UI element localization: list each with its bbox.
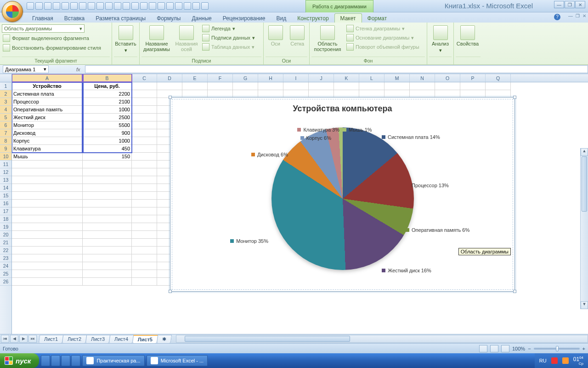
- sheet-tab-Лист5[interactable]: Лист5: [132, 335, 158, 343]
- wb-restore-button[interactable]: ❐: [576, 13, 580, 18]
- col-header-B[interactable]: B: [83, 74, 132, 82]
- cell-C26[interactable]: [132, 278, 157, 286]
- cell-B7[interactable]: 900: [83, 129, 132, 137]
- row-header-3[interactable]: 3: [0, 98, 11, 106]
- cell-C23[interactable]: [132, 254, 157, 262]
- properties-button[interactable]: Свойства: [456, 23, 480, 57]
- cell-C4[interactable]: [132, 106, 157, 114]
- qat-open-icon[interactable]: [53, 2, 60, 10]
- sheet-tab-Лист1[interactable]: Лист1: [39, 335, 64, 343]
- qat-symbol-icon[interactable]: [175, 2, 182, 10]
- pie-label-6[interactable]: Корпус 6%: [286, 135, 331, 141]
- tab-insert[interactable]: Вставка: [59, 14, 90, 23]
- data-labels-button[interactable]: Подписи данных ▾: [201, 34, 256, 42]
- cell-K1[interactable]: [334, 82, 359, 90]
- name-box[interactable]: Диаграмма 1▾: [3, 65, 49, 73]
- cell-B20[interactable]: [83, 231, 132, 239]
- row-header-19[interactable]: 19: [0, 223, 11, 231]
- formula-input[interactable]: [85, 65, 588, 73]
- tab-page-layout[interactable]: Разметка страницы: [90, 14, 151, 23]
- col-header-O[interactable]: O: [435, 74, 460, 82]
- cell-C21[interactable]: [132, 239, 157, 247]
- cell-C5[interactable]: [132, 114, 157, 121]
- row-header-5[interactable]: 5: [0, 114, 11, 121]
- qat-redo-icon[interactable]: [44, 2, 51, 10]
- cell-A8[interactable]: Корпус: [12, 137, 83, 145]
- cell-B2[interactable]: 2200: [83, 90, 132, 98]
- horizontal-scrollbar[interactable]: [176, 335, 588, 343]
- tray-icon-2[interactable]: [562, 357, 569, 364]
- col-header-I[interactable]: I: [283, 74, 309, 82]
- qat-dropdown-icon[interactable]: [201, 2, 209, 10]
- qat-save-icon[interactable]: [27, 2, 34, 10]
- insert-button[interactable]: Вставить▾: [114, 23, 137, 57]
- pie-label-2[interactable]: Оперативная память 6%: [406, 227, 469, 233]
- cell-B10[interactable]: 150: [83, 153, 132, 161]
- col-header-F[interactable]: F: [208, 74, 233, 82]
- cell-A19[interactable]: [12, 223, 83, 231]
- qat-spell-icon[interactable]: [96, 2, 104, 10]
- cell-C9[interactable]: [132, 145, 157, 153]
- row-header-18[interactable]: 18: [0, 215, 11, 223]
- qat-delete-icon[interactable]: [158, 2, 165, 10]
- cell-A2[interactable]: Системная плата: [12, 90, 83, 98]
- zoom-level[interactable]: 100%: [512, 346, 525, 351]
- view-page-break-button[interactable]: [501, 345, 509, 352]
- tray-icon-1[interactable]: [551, 357, 558, 364]
- cell-A16[interactable]: [12, 200, 83, 207]
- col-header-K[interactable]: K: [334, 74, 359, 82]
- ql-icon-2[interactable]: [51, 355, 60, 366]
- ql-icon-3[interactable]: [61, 355, 70, 366]
- cell-B9[interactable]: 450: [83, 145, 132, 153]
- cell-B15[interactable]: [83, 192, 132, 200]
- cell-B21[interactable]: [83, 239, 132, 247]
- help-icon[interactable]: ?: [554, 14, 560, 20]
- sheet-tab-Лист3[interactable]: Лист3: [85, 335, 111, 343]
- qat-mail-icon[interactable]: [70, 2, 78, 10]
- cell-A12[interactable]: [12, 168, 83, 176]
- chart-title-button[interactable]: Название диаграммы: [141, 23, 172, 57]
- cell-C24[interactable]: [132, 262, 157, 270]
- tab-chart-format[interactable]: Формат: [362, 14, 393, 23]
- vscroll-thumb[interactable]: [582, 156, 587, 212]
- zoom-in-button[interactable]: +: [582, 346, 585, 351]
- vertical-scrollbar[interactable]: ▲ ▼: [580, 148, 588, 309]
- cell-B13[interactable]: [83, 176, 132, 184]
- qat-insert-row-icon[interactable]: [140, 2, 147, 10]
- pie-label-1[interactable]: Процессор 13%: [406, 183, 449, 188]
- cell-C15[interactable]: [132, 192, 157, 200]
- tab-formulas[interactable]: Формулы: [151, 14, 186, 23]
- row-header-16[interactable]: 16: [0, 200, 11, 207]
- pie-label-0[interactable]: Системная плата 14%: [382, 134, 440, 140]
- row-header-2[interactable]: 2: [0, 90, 11, 98]
- cell-A11[interactable]: [12, 161, 83, 168]
- zoom-slider[interactable]: [534, 348, 580, 350]
- cell-C20[interactable]: [132, 231, 157, 239]
- col-header-L[interactable]: L: [359, 74, 384, 82]
- start-button[interactable]: пуск: [0, 353, 39, 368]
- cell-B11[interactable]: [83, 161, 132, 168]
- row-header-20[interactable]: 20: [0, 231, 11, 239]
- cell-A1[interactable]: Устройство: [12, 82, 83, 90]
- legend-button[interactable]: Легенда ▾: [201, 24, 256, 33]
- col-header-G[interactable]: G: [233, 74, 258, 82]
- cell-B22[interactable]: [83, 247, 132, 254]
- tab-review[interactable]: Рецензирование: [217, 14, 271, 23]
- sheet-nav-last-icon[interactable]: ⏭: [28, 335, 37, 343]
- cell-C18[interactable]: [132, 215, 157, 223]
- taskbar-app-excel[interactable]: Microsoft Excel - ...: [147, 355, 208, 366]
- pie-label-4[interactable]: Монитор 35%: [223, 238, 268, 244]
- row-header-22[interactable]: 22: [0, 247, 11, 254]
- ql-icon-1[interactable]: [41, 355, 50, 366]
- reset-style-button[interactable]: Восстановить форматирование стиля: [2, 44, 110, 52]
- view-page-layout-button[interactable]: [490, 345, 498, 352]
- cell-A7[interactable]: Дисковод: [12, 129, 83, 137]
- cell-E1[interactable]: [182, 82, 208, 90]
- cell-A17[interactable]: [12, 207, 83, 215]
- col-header-J[interactable]: J: [309, 74, 334, 82]
- cell-A18[interactable]: [12, 215, 83, 223]
- pie-label-5[interactable]: Дисковод 6%: [243, 152, 288, 157]
- cell-L1[interactable]: [359, 82, 384, 90]
- row-header-17[interactable]: 17: [0, 207, 11, 215]
- cell-C2[interactable]: [132, 90, 157, 98]
